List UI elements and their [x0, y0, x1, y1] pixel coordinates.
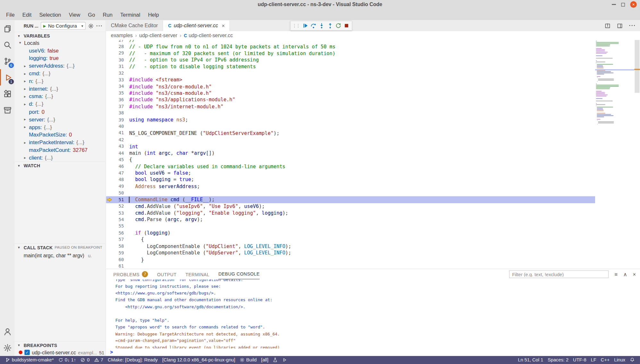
- breakpoint-margin[interactable]: [106, 176, 114, 183]
- breakpoint-margin[interactable]: [106, 90, 114, 97]
- debug-console-input[interactable]: >: [106, 349, 640, 356]
- line-number[interactable]: 56: [113, 230, 124, 236]
- code-line[interactable]: 35#include "ns3/csma-module.h": [106, 90, 595, 97]
- line-number[interactable]: 57: [113, 237, 124, 243]
- code-line[interactable]: 50: [106, 190, 595, 196]
- code-line[interactable]: 39using namespace ns3;: [106, 117, 595, 123]
- code-line[interactable]: 57 {: [106, 236, 595, 243]
- code-line[interactable]: 55: [106, 223, 595, 230]
- breakpoint-margin[interactable]: [106, 163, 114, 170]
- line-number[interactable]: 58: [113, 244, 124, 249]
- status-play[interactable]: [280, 356, 289, 364]
- breakpoint-margin[interactable]: [106, 77, 114, 83]
- activity-search[interactable]: [0, 37, 15, 53]
- breadcrumb-item[interactable]: Cudp-client-server.cc: [184, 33, 233, 38]
- code-line[interactable]: 36#include "ns3/applications-module.h": [106, 96, 595, 103]
- close-tab-icon[interactable]: ×: [222, 23, 225, 29]
- breakpoint-margin[interactable]: [106, 123, 114, 130]
- status-utf-8[interactable]: UTF-8: [571, 358, 588, 362]
- menu-file[interactable]: File: [3, 10, 19, 19]
- code-line[interactable]: 52 cmd.AddValue ("useIpv6", "Use Ipv6", …: [106, 203, 595, 210]
- line-number[interactable]: 47: [113, 170, 124, 176]
- line-number[interactable]: 33: [113, 77, 124, 83]
- status-lf[interactable]: LF: [589, 358, 598, 362]
- code-line[interactable]: 32: [106, 70, 595, 77]
- code-line[interactable]: 43int: [106, 143, 595, 150]
- breakpoint-margin[interactable]: [106, 57, 114, 63]
- variable-row[interactable]: ▸cmd:{...}: [15, 70, 105, 78]
- line-number[interactable]: 29: [113, 51, 124, 56]
- breakpoint-margin[interactable]: [106, 136, 114, 143]
- line-number[interactable]: 50: [113, 190, 124, 196]
- menu-edit[interactable]: Edit: [19, 10, 35, 19]
- menu-terminal[interactable]: Terminal: [117, 10, 144, 19]
- code-line[interactable]: 37#include "ns3/internet-module.h": [106, 103, 595, 110]
- code-line[interactable]: 58 LogComponentEnable ("UdpClient", LOG_…: [106, 243, 595, 250]
- breakpoint-margin[interactable]: [106, 263, 114, 269]
- activity-account[interactable]: [0, 323, 15, 340]
- line-number[interactable]: 46: [113, 164, 124, 169]
- close-panel-icon[interactable]: ×: [633, 272, 636, 277]
- activity-settings[interactable]: [0, 340, 15, 356]
- breakpoint-margin[interactable]: [106, 150, 114, 156]
- console-filter-input[interactable]: [509, 270, 609, 278]
- code-line[interactable]: 29// - maximum of 320 packets sent (or l…: [106, 50, 595, 57]
- line-number[interactable]: 52: [113, 204, 124, 209]
- more-actions-icon[interactable]: ···: [629, 22, 636, 29]
- breakpoint-margin[interactable]: [106, 83, 114, 90]
- debug-settings-gear-icon[interactable]: [88, 23, 94, 29]
- filter-options-icon[interactable]: ≡: [614, 272, 618, 277]
- split-editor-icon[interactable]: [604, 23, 611, 29]
- code-line[interactable]: 40: [106, 123, 595, 130]
- step-into-button[interactable]: [318, 21, 325, 30]
- scrollbar-thumb[interactable]: [635, 40, 639, 93]
- continue-button[interactable]: [302, 21, 309, 30]
- line-number[interactable]: 45: [113, 157, 124, 162]
- code-line[interactable]: 56 if (logging): [106, 230, 595, 236]
- code-line[interactable]: 27//: [106, 40, 595, 44]
- close-button[interactable]: ×: [630, 1, 636, 8]
- breakpoint-item[interactable]: ✓ udp-client-server.cc exampl... 51: [15, 349, 105, 356]
- minimize-button[interactable]: [612, 4, 616, 5]
- code-line[interactable]: 41NS_LOG_COMPONENT_DEFINE ("UdpClientSer…: [106, 130, 595, 136]
- panel-tab-problems[interactable]: PROBLEMS7: [113, 269, 148, 279]
- breakpoint-margin[interactable]: [106, 170, 114, 177]
- call-stack-frame[interactable]: main(int argc, char ** argv) u.: [15, 252, 105, 259]
- variable-row[interactable]: useV6:false: [15, 47, 105, 54]
- line-number[interactable]: 34: [113, 84, 124, 89]
- status-beaker[interactable]: [271, 356, 280, 364]
- breakpoint-margin[interactable]: [106, 236, 114, 243]
- line-number[interactable]: 43: [113, 144, 124, 149]
- variable-row[interactable]: port:0: [15, 108, 105, 116]
- line-number[interactable]: 55: [113, 224, 124, 229]
- code-line[interactable]: 46 // Declare variables used in command-…: [106, 163, 595, 170]
- status-0-1[interactable]: 0↓ 1↑: [56, 356, 78, 364]
- debug-config-dropdown[interactable]: ▶ No Configura ▾: [41, 22, 86, 30]
- variable-row[interactable]: ▸d:{...}: [15, 100, 105, 108]
- line-number[interactable]: 30: [113, 57, 124, 63]
- start-debugging-icon[interactable]: ▶: [43, 24, 46, 28]
- line-number[interactable]: 60: [113, 257, 124, 262]
- line-number[interactable]: 35: [113, 91, 124, 96]
- line-number[interactable]: 48: [113, 177, 124, 183]
- variable-row[interactable]: ▸n:{...}: [15, 77, 105, 85]
- breakpoint-margin[interactable]: [106, 63, 114, 70]
- minimap[interactable]: [595, 40, 634, 269]
- line-number[interactable]: 49: [113, 184, 124, 189]
- code-line[interactable]: 45{: [106, 156, 595, 163]
- line-number[interactable]: 59: [113, 250, 124, 256]
- line-number[interactable]: 54: [113, 217, 124, 222]
- status-spaces-2[interactable]: Spaces: 2: [546, 358, 571, 362]
- status-all[interactable]: [all]: [259, 356, 270, 364]
- line-number[interactable]: 39: [113, 117, 124, 123]
- status-7[interactable]: 7: [92, 356, 105, 364]
- editor-tab[interactable]: Cudp-client-server.cc×: [163, 21, 230, 31]
- status-c[interactable]: C++: [599, 358, 611, 362]
- step-out-button[interactable]: [326, 21, 334, 30]
- variable-row[interactable]: ▸apps:{...}: [15, 123, 105, 131]
- variable-row[interactable]: ▸csma:{...}: [15, 93, 105, 100]
- code-line[interactable]: 60 }: [106, 256, 595, 263]
- scope-row[interactable]: ▾Locals: [15, 39, 105, 47]
- code-line[interactable]: 33#include <fstream>: [106, 77, 595, 83]
- line-number[interactable]: 27: [113, 40, 124, 43]
